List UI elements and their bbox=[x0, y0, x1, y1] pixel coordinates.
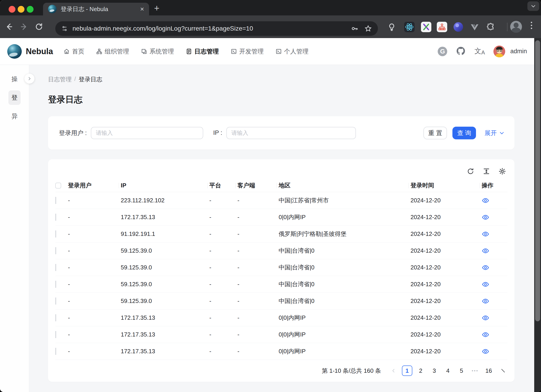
select-all-checkbox[interactable] bbox=[55, 183, 61, 188]
sidebar-expand-button[interactable] bbox=[25, 74, 34, 84]
user-avatar[interactable] bbox=[494, 46, 505, 57]
lightbulb-extension-icon[interactable] bbox=[386, 22, 397, 32]
chrome-menu-icon[interactable] bbox=[529, 22, 534, 29]
chevron-left-icon bbox=[391, 368, 396, 373]
table-body: -223.112.192.102--中国|江苏省|常州市2024-12-20-1… bbox=[55, 192, 507, 360]
row-height-icon[interactable] bbox=[481, 166, 492, 177]
row-checkbox[interactable] bbox=[55, 247, 56, 254]
column-header-region[interactable]: 地区 bbox=[279, 179, 411, 192]
page-button-3[interactable]: 3 bbox=[429, 366, 440, 376]
page-button-4[interactable]: 4 bbox=[443, 366, 453, 376]
tab-search-button[interactable] bbox=[527, 1, 539, 11]
view-detail-button[interactable] bbox=[482, 281, 507, 288]
cell-ip: 59.125.39.0 bbox=[121, 264, 209, 271]
reset-button[interactable]: 重 置 bbox=[423, 127, 447, 139]
breadcrumb: 日志管理 / 登录日志 bbox=[48, 75, 515, 83]
url-text[interactable]: nebula-admin.neegix.com/log/loginLog?cur… bbox=[73, 25, 345, 32]
view-detail-button[interactable] bbox=[482, 197, 507, 204]
site-info-icon[interactable] bbox=[61, 25, 68, 32]
react-devtools-icon[interactable] bbox=[404, 22, 415, 32]
filter-panel: 登录用户 : IP : 重 置 查 询 展开 bbox=[48, 116, 515, 150]
gitee-icon[interactable]: G bbox=[438, 47, 447, 56]
row-checkbox[interactable] bbox=[55, 264, 56, 271]
view-detail-button[interactable] bbox=[482, 264, 507, 272]
nebula-logo[interactable] bbox=[7, 44, 22, 59]
ip-input[interactable] bbox=[226, 127, 356, 139]
org-extension-icon[interactable] bbox=[437, 22, 447, 32]
page-button-5[interactable]: 5 bbox=[456, 366, 467, 376]
search-button[interactable]: 查 询 bbox=[453, 127, 476, 139]
s-extension-icon[interactable] bbox=[453, 22, 463, 32]
cell-client: - bbox=[237, 298, 279, 304]
row-checkbox[interactable] bbox=[55, 281, 56, 288]
forward-button[interactable] bbox=[18, 23, 30, 31]
chevron-right-icon bbox=[27, 76, 32, 81]
row-checkbox[interactable] bbox=[55, 298, 56, 304]
view-detail-button[interactable] bbox=[482, 214, 507, 221]
column-header-platform[interactable]: 平台 bbox=[209, 179, 237, 192]
refresh-icon[interactable] bbox=[465, 166, 476, 177]
sidebar-item-login-log[interactable]: 登 bbox=[8, 90, 21, 105]
column-header-time[interactable]: 登录时间 bbox=[411, 179, 482, 192]
cell-user: - bbox=[68, 230, 121, 237]
profile-avatar[interactable] bbox=[510, 21, 522, 33]
nav-item-system[interactable]: 系统管理 bbox=[141, 47, 174, 56]
login-user-input[interactable] bbox=[91, 127, 203, 139]
page-button-16[interactable]: 16 bbox=[484, 366, 494, 376]
cell-region: 0|0|内网IP bbox=[279, 213, 411, 221]
expand-toggle[interactable]: 展开 bbox=[485, 129, 505, 137]
reload-button[interactable] bbox=[33, 23, 45, 31]
browser-tab[interactable]: 登录日志 - Nebula × bbox=[43, 3, 149, 16]
eye-icon bbox=[482, 348, 489, 355]
page-button-2[interactable]: 2 bbox=[416, 366, 426, 376]
row-checkbox[interactable] bbox=[55, 197, 56, 204]
nav-item-development[interactable]: 开发管理 bbox=[231, 47, 264, 56]
page-ellipsis[interactable]: ••• bbox=[470, 366, 480, 376]
column-header-ip[interactable]: IP bbox=[121, 179, 209, 192]
extensions-puzzle-icon[interactable] bbox=[486, 22, 496, 32]
nav-item-personal[interactable]: 个人管理 bbox=[276, 47, 309, 56]
close-window-button[interactable] bbox=[9, 6, 16, 13]
breadcrumb-parent[interactable]: 日志管理 bbox=[48, 75, 72, 83]
username: admin bbox=[510, 48, 527, 55]
page-scrollbar[interactable] bbox=[534, 38, 541, 392]
back-button[interactable] bbox=[3, 23, 15, 31]
new-tab-button[interactable]: + bbox=[151, 2, 163, 14]
vue-devtools-icon[interactable] bbox=[469, 22, 480, 32]
x-devtools-icon[interactable] bbox=[421, 22, 431, 32]
view-detail-button[interactable] bbox=[482, 314, 507, 322]
sidebar: 操 登 异 bbox=[0, 65, 29, 392]
row-checkbox[interactable] bbox=[55, 214, 56, 221]
prev-page-button[interactable] bbox=[388, 366, 399, 376]
nav-item-logs[interactable]: 日志管理 bbox=[186, 47, 219, 56]
row-checkbox[interactable] bbox=[55, 314, 56, 321]
maximize-window-button[interactable] bbox=[27, 6, 34, 13]
row-checkbox[interactable] bbox=[55, 348, 56, 355]
cell-ip: 172.17.35.13 bbox=[121, 331, 209, 338]
page-button-1[interactable]: 1 bbox=[402, 366, 412, 376]
next-page-button[interactable] bbox=[497, 366, 507, 376]
nav-item-organization[interactable]: 组织管理 bbox=[96, 47, 129, 56]
row-checkbox[interactable] bbox=[55, 230, 56, 237]
column-header-client[interactable]: 客户端 bbox=[237, 179, 279, 192]
scrollbar-thumb[interactable] bbox=[535, 40, 540, 321]
column-header-user[interactable]: 登录用户 bbox=[68, 179, 121, 192]
sidebar-item-error-log[interactable]: 异 bbox=[8, 109, 21, 124]
view-detail-button[interactable] bbox=[482, 331, 507, 339]
cell-region: 0|0|内网IP bbox=[279, 331, 411, 339]
bookmark-star-icon[interactable] bbox=[364, 25, 372, 32]
minimize-window-button[interactable] bbox=[18, 6, 25, 13]
sidebar-item-operation-log[interactable]: 操 bbox=[8, 72, 21, 86]
view-detail-button[interactable] bbox=[482, 348, 507, 355]
view-detail-button[interactable] bbox=[482, 247, 507, 255]
view-detail-button[interactable] bbox=[482, 230, 507, 238]
address-bar[interactable]: nebula-admin.neegix.com/log/loginLog?cur… bbox=[55, 21, 378, 36]
row-checkbox[interactable] bbox=[55, 331, 56, 338]
translate-icon[interactable]: 文A bbox=[474, 47, 485, 55]
view-detail-button[interactable] bbox=[482, 297, 507, 305]
nav-item-home[interactable]: 首页 bbox=[63, 47, 84, 56]
close-tab-icon[interactable]: × bbox=[140, 6, 144, 12]
password-key-icon[interactable] bbox=[351, 25, 359, 32]
github-icon[interactable] bbox=[456, 46, 466, 57]
settings-gear-icon[interactable] bbox=[497, 166, 507, 177]
